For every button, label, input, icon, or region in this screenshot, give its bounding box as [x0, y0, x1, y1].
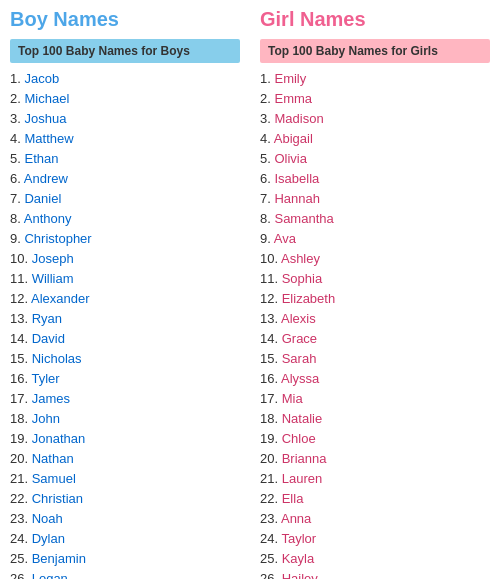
main-container: Boy Names Top 100 Baby Names for Boys 1.… — [0, 0, 500, 579]
girls-name-link[interactable]: Grace — [282, 331, 317, 346]
girls-name-link[interactable]: Alexis — [281, 311, 316, 326]
girls-name-link[interactable]: Ella — [282, 491, 304, 506]
list-item: 3. Madison — [260, 109, 490, 129]
girls-name-link[interactable]: Samantha — [274, 211, 333, 226]
boys-name-link[interactable]: Jacob — [24, 71, 59, 86]
girls-name-link[interactable]: Alyssa — [281, 371, 319, 386]
boys-name-link[interactable]: Joshua — [24, 111, 66, 126]
girls-name-link[interactable]: Brianna — [282, 451, 327, 466]
boys-name-link[interactable]: Dylan — [32, 531, 65, 546]
girls-name-link[interactable]: Madison — [274, 111, 323, 126]
boys-name-link[interactable]: Christopher — [24, 231, 91, 246]
list-item: 21. Samuel — [10, 469, 240, 489]
girls-name-link[interactable]: Kayla — [282, 551, 315, 566]
boys-name-link[interactable]: Michael — [24, 91, 69, 106]
list-item: 19. Chloe — [260, 429, 490, 449]
girls-name-link[interactable]: Elizabeth — [282, 291, 335, 306]
list-item: 23. Anna — [260, 509, 490, 529]
boys-column: Boy Names Top 100 Baby Names for Boys 1.… — [0, 0, 250, 579]
boys-name-link[interactable]: Nicholas — [32, 351, 82, 366]
list-item: 26. Logan — [10, 569, 240, 579]
boys-name-link[interactable]: Ryan — [32, 311, 62, 326]
girls-name-link[interactable]: Abigail — [274, 131, 313, 146]
girls-name-link[interactable]: Anna — [281, 511, 311, 526]
girls-name-link[interactable]: Natalie — [282, 411, 322, 426]
girls-name-link[interactable]: Hannah — [274, 191, 320, 206]
list-item: 6. Isabella — [260, 169, 490, 189]
list-item: 2. Michael — [10, 89, 240, 109]
boys-name-link[interactable]: Nathan — [32, 451, 74, 466]
boys-name-link[interactable]: William — [32, 271, 74, 286]
list-item: 1. Jacob — [10, 69, 240, 89]
list-item: 12. Alexander — [10, 289, 240, 309]
girls-name-link[interactable]: Mia — [282, 391, 303, 406]
boys-name-link[interactable]: Anthony — [24, 211, 72, 226]
list-item: 8. Samantha — [260, 209, 490, 229]
boys-name-link[interactable]: Daniel — [24, 191, 61, 206]
girls-name-link[interactable]: Emily — [274, 71, 306, 86]
girls-name-link[interactable]: Chloe — [282, 431, 316, 446]
list-item: 13. Ryan — [10, 309, 240, 329]
boys-header: Top 100 Baby Names for Boys — [10, 39, 240, 63]
boys-name-link[interactable]: Joseph — [32, 251, 74, 266]
list-item: 1. Emily — [260, 69, 490, 89]
list-item: 10. Ashley — [260, 249, 490, 269]
boys-name-link[interactable]: James — [32, 391, 70, 406]
list-item: 20. Brianna — [260, 449, 490, 469]
list-item: 2. Emma — [260, 89, 490, 109]
girls-name-link[interactable]: Isabella — [274, 171, 319, 186]
girls-name-link[interactable]: Ashley — [281, 251, 320, 266]
girls-title: Girl Names — [260, 8, 490, 31]
boys-name-link[interactable]: David — [32, 331, 65, 346]
list-item: 20. Nathan — [10, 449, 240, 469]
list-item: 16. Alyssa — [260, 369, 490, 389]
list-item: 19. Jonathan — [10, 429, 240, 449]
girls-name-link[interactable]: Emma — [274, 91, 312, 106]
boys-name-link[interactable]: Samuel — [32, 471, 76, 486]
list-item: 22. Christian — [10, 489, 240, 509]
list-item: 11. Sophia — [260, 269, 490, 289]
boys-name-link[interactable]: John — [32, 411, 60, 426]
boys-name-link[interactable]: Matthew — [24, 131, 73, 146]
boys-name-link[interactable]: Ethan — [24, 151, 58, 166]
boys-name-link[interactable]: Christian — [32, 491, 83, 506]
list-item: 9. Christopher — [10, 229, 240, 249]
list-item: 7. Hannah — [260, 189, 490, 209]
girls-name-link[interactable]: Olivia — [274, 151, 307, 166]
girls-name-link[interactable]: Taylor — [281, 531, 316, 546]
list-item: 7. Daniel — [10, 189, 240, 209]
girls-name-list: 1. Emily2. Emma3. Madison4. Abigail5. Ol… — [260, 69, 490, 579]
list-item: 24. Taylor — [260, 529, 490, 549]
girls-name-link[interactable]: Hailey — [282, 571, 318, 579]
boys-name-link[interactable]: Tyler — [31, 371, 59, 386]
list-item: 22. Ella — [260, 489, 490, 509]
boys-name-link[interactable]: Jonathan — [32, 431, 86, 446]
boys-name-link[interactable]: Andrew — [24, 171, 68, 186]
list-item: 16. Tyler — [10, 369, 240, 389]
list-item: 10. Joseph — [10, 249, 240, 269]
list-item: 15. Sarah — [260, 349, 490, 369]
list-item: 14. Grace — [260, 329, 490, 349]
girls-name-link[interactable]: Sophia — [282, 271, 322, 286]
boys-name-link[interactable]: Logan — [32, 571, 68, 579]
list-item: 17. Mia — [260, 389, 490, 409]
list-item: 25. Kayla — [260, 549, 490, 569]
list-item: 18. John — [10, 409, 240, 429]
boys-title: Boy Names — [10, 8, 240, 31]
girls-name-link[interactable]: Ava — [274, 231, 296, 246]
list-item: 24. Dylan — [10, 529, 240, 549]
list-item: 8. Anthony — [10, 209, 240, 229]
list-item: 12. Elizabeth — [260, 289, 490, 309]
boys-name-link[interactable]: Noah — [32, 511, 63, 526]
list-item: 14. David — [10, 329, 240, 349]
list-item: 17. James — [10, 389, 240, 409]
girls-header: Top 100 Baby Names for Girls — [260, 39, 490, 63]
boys-name-link[interactable]: Benjamin — [32, 551, 86, 566]
girls-name-link[interactable]: Lauren — [282, 471, 322, 486]
boys-name-list: 1. Jacob2. Michael3. Joshua4. Matthew5. … — [10, 69, 240, 579]
list-item: 13. Alexis — [260, 309, 490, 329]
list-item: 25. Benjamin — [10, 549, 240, 569]
list-item: 3. Joshua — [10, 109, 240, 129]
girls-name-link[interactable]: Sarah — [282, 351, 317, 366]
boys-name-link[interactable]: Alexander — [31, 291, 90, 306]
